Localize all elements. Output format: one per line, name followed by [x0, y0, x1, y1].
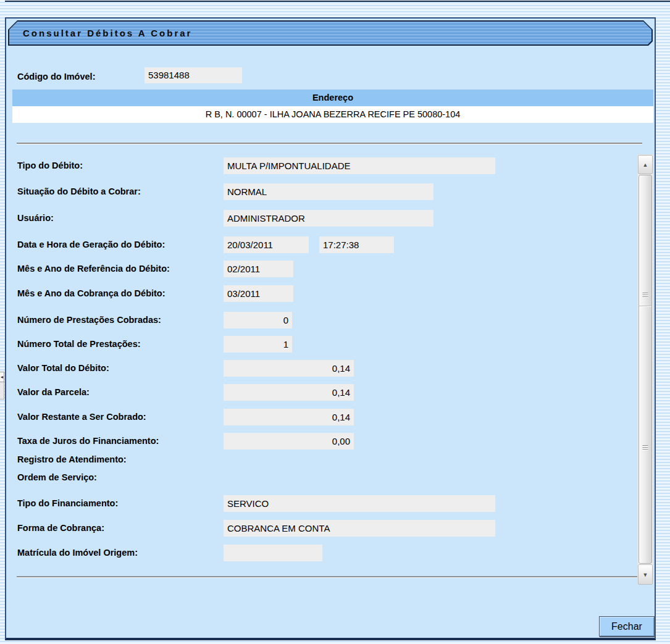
field-label: Número de Prestações Cobradas:	[12, 312, 224, 328]
row-installments-total: Número Total de Prestações: 1	[12, 336, 637, 353]
row-user: Usuário: ADMINISTRADOR	[12, 210, 637, 227]
edge-scroll-track-fragment	[0, 382, 4, 399]
address-header: Endereço	[12, 90, 653, 106]
field-label: Registro de Atendimento:	[12, 453, 224, 466]
field-label: Número Total de Prestações:	[12, 336, 224, 353]
user-field[interactable]: ADMINISTRADOR	[224, 210, 433, 227]
scrollbar-grip-icon	[643, 293, 648, 298]
reference-month-field[interactable]: 02/2011	[224, 261, 293, 277]
generation-date-field[interactable]: 20/03/2011	[224, 236, 309, 253]
row-debit-type: Tipo do Débito: MULTA P/IMPONTUALIDADE	[12, 157, 637, 174]
property-code-field[interactable]: 53981488	[144, 67, 242, 83]
address-table: Endereço R B, N. 00007 - ILHA JOANA BEZE…	[12, 90, 653, 123]
row-billing-month: Mês e Ano da Cobrança do Débito: 03/2011	[12, 285, 637, 302]
field-label: Mês e Ano da Cobrança do Débito:	[12, 285, 224, 302]
row-origin-property: Matrícula do Imóvel Origem:	[12, 545, 637, 561]
billing-form-field[interactable]: COBRANCA EM CONTA	[224, 520, 495, 537]
row-service-record: Registro de Atendimento:	[12, 453, 637, 466]
installment-value-field[interactable]: 0,14	[224, 384, 354, 401]
scroll-down-button[interactable]: ▼	[638, 564, 653, 585]
field-label: Valor Restante a Ser Cobrado:	[12, 409, 224, 425]
row-debit-status: Situação do Débito a Cobrar: NORMAL	[12, 183, 637, 200]
field-label: Ordem de Serviço:	[12, 470, 224, 484]
row-reference-month: Mês e Ano de Referência do Débito: 02/20…	[12, 261, 637, 277]
scrollbar-thumb-seam	[639, 306, 651, 307]
window-titlebar: Consultar Débitos A Cobrar	[8, 20, 653, 46]
field-label: Forma de Cobrança:	[12, 520, 224, 537]
field-label: Matrícula do Imóvel Origem:	[12, 545, 224, 561]
row-generation-datetime: Data e Hora de Geração do Débito: 20/03/…	[12, 236, 637, 253]
field-label: Data e Hora de Geração do Débito:	[12, 236, 224, 253]
row-installments-charged: Número de Prestações Cobradas: 0	[12, 312, 637, 328]
close-button[interactable]: Fechar	[599, 616, 655, 637]
row-service-order: Ordem de Serviço:	[12, 470, 637, 484]
separator-bottom	[17, 576, 642, 578]
installments-charged-field[interactable]: 0	[224, 312, 292, 328]
page: { "window": { "title": "Consultar Débito…	[0, 0, 670, 644]
row-interest-rate: Taxa de Juros do Financiamento: 0,00	[12, 433, 637, 450]
debit-type-field[interactable]: MULTA P/IMPONTUALIDADE	[224, 157, 495, 174]
remaining-value-field[interactable]: 0,14	[224, 409, 354, 425]
installments-total-field[interactable]: 1	[224, 336, 292, 353]
outer-frame-border	[5, 1, 670, 2]
scroll-up-button[interactable]: ▲	[638, 155, 653, 174]
billing-month-field[interactable]: 03/2011	[224, 285, 293, 302]
total-value-field[interactable]: 0,14	[224, 360, 354, 377]
financing-type-field[interactable]: SERVICO	[224, 495, 495, 512]
row-installment-value: Valor da Parcela: 0,14	[12, 384, 637, 401]
origin-property-field[interactable]	[224, 545, 322, 561]
vertical-scrollbar[interactable]: ▲ ▼	[637, 154, 653, 584]
property-code-label: Código do Imóvel:	[17, 69, 95, 85]
row-total-value: Valor Total do Débito: 0,14	[12, 360, 637, 377]
debit-status-field[interactable]: NORMAL	[224, 183, 433, 200]
scroll-down-arrow-icon: ▼	[643, 572, 648, 578]
address-value: R B, N. 00007 - ILHA JOANA BEZERRA RECIF…	[12, 106, 653, 123]
field-label: Tipo do Débito:	[12, 157, 224, 174]
field-label: Tipo do Financiamento:	[12, 495, 224, 512]
generation-time-field[interactable]: 17:27:38	[319, 236, 394, 253]
field-label: Taxa de Juros do Financiamento:	[12, 433, 224, 450]
row-remaining-value: Valor Restante a Ser Cobrado: 0,14	[12, 409, 637, 425]
edge-scroll-left-arrow-icon: ◄	[0, 372, 4, 382]
interest-rate-field[interactable]: 0,00	[224, 433, 354, 450]
field-label: Valor Total do Débito:	[12, 360, 224, 377]
field-label: Valor da Parcela:	[12, 384, 224, 401]
row-financing-type: Tipo do Financiamento: SERVICO	[12, 495, 637, 512]
scroll-up-arrow-icon: ▲	[643, 162, 648, 168]
field-label: Mês e Ano de Referência do Débito:	[12, 261, 224, 277]
field-label: Situação do Débito a Cobrar:	[12, 183, 224, 200]
page-title: Consultar Débitos A Cobrar	[23, 20, 192, 46]
debit-detail-form: Tipo do Débito: MULTA P/IMPONTUALIDADE S…	[12, 157, 637, 561]
row-billing-form: Forma de Cobrança: COBRANCA EM CONTA	[12, 520, 637, 537]
scrollbar-thumb[interactable]	[639, 175, 652, 564]
separator-top	[17, 143, 642, 144]
scrollbar-grip-icon	[643, 445, 648, 450]
field-label: Usuário:	[12, 210, 224, 227]
